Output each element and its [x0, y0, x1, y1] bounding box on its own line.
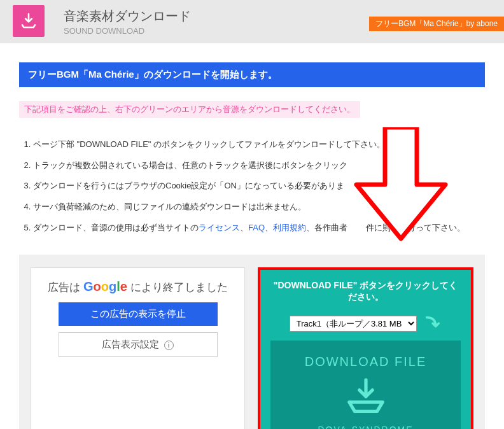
- ad-settings-button[interactable]: 広告表示設定 i: [59, 332, 218, 357]
- stop-ad-button[interactable]: この広告の表示を停止: [59, 302, 218, 326]
- download-icon: [277, 374, 454, 421]
- brand-label: DOVA-SYNDROME: [277, 425, 454, 429]
- faq-link[interactable]: FAQ: [248, 223, 265, 232]
- download-instruction: "DOWNLOAD FILE" ボタンをクリックしてください。: [270, 280, 461, 303]
- instruction-note: 下記項目をご確認の上、右下のグリーンのエリアから音源をダウンロードしてください。: [19, 101, 360, 118]
- download-file-label: DOWNLOAD FILE: [277, 355, 454, 369]
- main-content: フリーBGM「Ma Chérie」のダウンロードを開始します。 下記項目をご確認…: [0, 43, 504, 429]
- download-file-button[interactable]: DOWNLOAD FILE DOVA-SYNDROME: [270, 341, 461, 429]
- step-1: ページ下部 "DOWNLOAD FILE" のボタンをクリックしてファイルをダウ…: [33, 137, 485, 153]
- curved-arrow-icon: [424, 314, 442, 334]
- track-select-row: Track1（非ループ／3.81 MB）: [270, 314, 461, 334]
- ad-closed-text: 広告は Google により終了しました: [43, 279, 233, 295]
- step-2: トラックが複数公開されている場合は、任意のトラックを選択後にボタンをクリック: [33, 158, 485, 174]
- track-select[interactable]: Track1（非ループ／3.81 MB）: [290, 316, 417, 332]
- info-icon: i: [164, 341, 174, 350]
- page-header: 音楽素材ダウンロード SOUND DOWNLOAD フリーBGM「Ma Chér…: [0, 0, 504, 43]
- step-4: サーバ負荷軽減のため、同じファイルの連続ダウンロードは出来ません。: [33, 199, 485, 215]
- terms-link[interactable]: 利用規約: [273, 223, 306, 232]
- header-download-icon: [13, 5, 45, 37]
- google-logo: Google: [83, 279, 127, 293]
- instruction-list: ページ下部 "DOWNLOAD FILE" のボタンをクリックしてファイルをダウ…: [19, 137, 485, 236]
- download-start-heading: フリーBGM「Ma Chérie」のダウンロードを開始します。: [19, 62, 485, 87]
- step-3: ダウンロードを行うにはブラウザのCookie設定が「ON」になっている必要があり…: [33, 178, 485, 194]
- download-box: "DOWNLOAD FILE" ボタンをクリックしてください。 Track1（非…: [258, 267, 473, 429]
- license-link[interactable]: ライセンス: [199, 223, 240, 232]
- step-5: ダウンロード、音源の使用は必ず当サイトのライセンス、FAQ、利用規約、各作曲者_…: [33, 220, 485, 236]
- track-badge: フリーBGM「Ma Chérie」by abone: [369, 17, 504, 31]
- ad-container: 広告は Google により終了しました この広告の表示を停止 広告表示設定 i: [31, 267, 245, 429]
- lower-panel: 広告は Google により終了しました この広告の表示を停止 広告表示設定 i…: [19, 255, 485, 429]
